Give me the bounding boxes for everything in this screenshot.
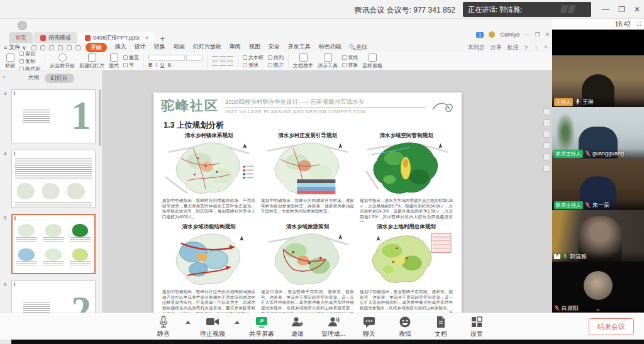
mute-options-caret[interactable] xyxy=(186,321,191,324)
help-icon[interactable]: ? xyxy=(525,45,528,51)
font-name-box[interactable] xyxy=(148,55,185,61)
menu-review[interactable]: 审阅 xyxy=(230,43,241,52)
font-size-box[interactable] xyxy=(186,55,203,61)
menu-animation[interactable]: 动画 xyxy=(174,43,185,52)
map-town-system xyxy=(162,139,255,197)
end-meeting-button[interactable]: 结束会议 xyxy=(589,318,634,335)
meeting-topbar: 腾讯会议 会议号: 977 341 852 正在讲话: 郭清雅; — ❐ ✕ xyxy=(0,0,644,19)
slide-thumb-4[interactable]: 4 ▌ xyxy=(4,150,96,208)
settings-grid-icon xyxy=(470,316,483,328)
emoji-button[interactable]: 表情 xyxy=(391,316,419,338)
selection-pane-button[interactable]: 选择窗格 xyxy=(362,53,382,69)
arrange-button[interactable]: 排列 xyxy=(268,54,284,61)
quick-access-icons[interactable] xyxy=(31,45,80,50)
doc-assistant-button[interactable]: 文档助手 xyxy=(293,53,313,69)
cohost-badge: 联席主持人 xyxy=(554,201,583,209)
slide-thumb-5-current[interactable]: 5 ▌ xyxy=(4,214,96,274)
layout-button[interactable]: 版式 xyxy=(109,53,119,69)
participant-video-zhuyirong[interactable]: 联席主持人 朱一荣 xyxy=(552,158,644,210)
play-from-current-button[interactable]: 从当前开始 xyxy=(50,53,75,69)
comment-action[interactable]: 批注 xyxy=(508,43,519,52)
manage-members-button[interactable]: 管理成... xyxy=(319,316,347,338)
user-name[interactable]: Camiyo xyxy=(500,31,519,38)
tab-close-icon[interactable]: ✕ xyxy=(145,35,149,41)
menu-features[interactable]: 特色功能 xyxy=(319,43,341,52)
menu-view[interactable]: 视图 xyxy=(249,43,260,52)
copy-button[interactable]: 复制 xyxy=(19,58,40,65)
chevron-down-icon[interactable]: ⌄ xyxy=(596,305,601,312)
shapes-button[interactable]: 形状 xyxy=(243,62,264,69)
tab-docer[interactable]: 稻壳模板 xyxy=(34,32,77,43)
menu-devtools[interactable]: 开发工具 xyxy=(288,43,311,52)
find-button[interactable]: 查找 xyxy=(342,54,358,61)
panel-scrollbar[interactable] xyxy=(99,89,101,146)
mic-on-icon xyxy=(575,98,580,106)
invite-button[interactable]: 邀请 xyxy=(284,316,311,338)
tab-outline[interactable]: 大纲 xyxy=(28,74,40,83)
wps-restore-icon[interactable]: ❐ xyxy=(535,31,540,38)
mic-muted-icon xyxy=(554,304,560,312)
reset-button[interactable]: 重置 xyxy=(123,54,139,61)
stop-video-button[interactable]: 停止视频 xyxy=(199,316,226,338)
mute-button[interactable]: 静音 xyxy=(150,316,177,338)
new-tab-button[interactable]: + xyxy=(160,35,165,43)
participant-name: 郭清雅 xyxy=(570,253,587,261)
find-menu[interactable]: 🔍查找 xyxy=(349,43,367,52)
restore-icon[interactable]: ❐ xyxy=(618,5,625,14)
docs-button[interactable]: 文档 xyxy=(427,316,455,338)
replace-button[interactable]: 替换 xyxy=(342,62,358,69)
figure-land-use: 清水乡土地利用总体规划 xyxy=(360,223,453,313)
wps-minimize-icon[interactable]: — xyxy=(524,31,530,38)
menu-transition[interactable]: 切换 xyxy=(154,43,165,52)
picture-button[interactable]: 图片 xyxy=(268,62,284,69)
menu-security[interactable]: 安全 xyxy=(269,43,280,52)
settings-button[interactable]: 设置 xyxy=(463,316,491,338)
smiley-icon xyxy=(399,316,411,328)
slide-thumb-6[interactable]: 6 ▌ 2 xyxy=(4,280,96,313)
notification-badge[interactable]: 1 xyxy=(476,32,484,38)
tab-document[interactable]: 0408汇报PPT.pptx✕ xyxy=(79,32,155,43)
slide-thumb-3[interactable]: 3 ▌ 1 xyxy=(4,89,96,143)
minimize-icon[interactable]: — xyxy=(602,5,609,14)
video-options-caret[interactable] xyxy=(235,321,240,324)
underline-button[interactable]: U xyxy=(160,62,165,68)
north-arrow-icon xyxy=(240,236,243,241)
sync-status[interactable]: 未同步 xyxy=(468,43,485,52)
tab-slides[interactable]: 幻灯片 xyxy=(45,74,74,83)
bold-button[interactable]: B xyxy=(148,62,153,68)
close-icon[interactable]: ✕ xyxy=(634,5,640,14)
menu-insert[interactable]: 插入 xyxy=(115,43,126,52)
new-slide-button[interactable]: 新建幻灯片 xyxy=(79,53,104,69)
italic-button[interactable]: I xyxy=(156,62,158,68)
meeting-toolbar: 静音 停止视频 共享屏幕 邀请 管理成... 聊天 xyxy=(0,313,644,340)
mic-speaking-icon xyxy=(562,253,568,260)
canvas-side-tools[interactable] xyxy=(543,108,550,172)
user-avatar[interactable] xyxy=(489,31,495,38)
section-button[interactable]: 节 xyxy=(123,62,139,69)
collapse-ribbon-icon[interactable]: ^ xyxy=(545,45,547,51)
tab-home[interactable]: 首页 xyxy=(9,32,33,43)
participant-video-bailuyang[interactable]: 白露阳 ⌄ xyxy=(552,262,644,313)
text-box-button[interactable]: 文本框 xyxy=(243,54,264,61)
paragraph-align-buttons[interactable] xyxy=(212,56,233,66)
menu-design[interactable]: 设计 xyxy=(135,43,146,52)
share-screen-button[interactable]: 共享屏幕 xyxy=(248,316,275,338)
paste-button[interactable]: 粘贴 xyxy=(5,53,15,69)
participants-panel: 16:42 ⛶ 主持人 王琳 联席主持人 guangguang xyxy=(552,19,644,313)
menu-slideshow[interactable]: 幻灯片放映 xyxy=(193,43,221,52)
north-arrow-icon xyxy=(338,235,342,240)
participant-video-guoqingya[interactable]: 郭清雅 xyxy=(552,210,644,262)
chat-button[interactable]: 聊天 xyxy=(355,316,383,338)
strike-button[interactable]: S xyxy=(168,62,172,68)
cut-button[interactable]: 剪切 xyxy=(19,50,40,57)
expand-panel-icon[interactable]: ⛶ xyxy=(637,21,640,28)
wps-close-icon[interactable]: ✕ xyxy=(545,31,550,38)
present-tools-button[interactable]: 演示工具 xyxy=(318,53,338,69)
participant-video-guangguang[interactable]: 联席主持人 guangguang xyxy=(552,107,644,158)
menu-start[interactable]: 开始 xyxy=(86,43,107,52)
current-slide[interactable]: 驼峰社区 2020四校乡村联合毕业设计——云南省腾冲市清水乡 2020 VILL… xyxy=(153,92,462,325)
panel-collapse-icon[interactable]: « xyxy=(3,74,5,80)
share-action[interactable]: 分享 xyxy=(491,43,502,52)
participant-video-wanglin[interactable]: 主持人 王琳 xyxy=(552,55,644,107)
more-icon[interactable]: ⋮ xyxy=(533,45,539,51)
